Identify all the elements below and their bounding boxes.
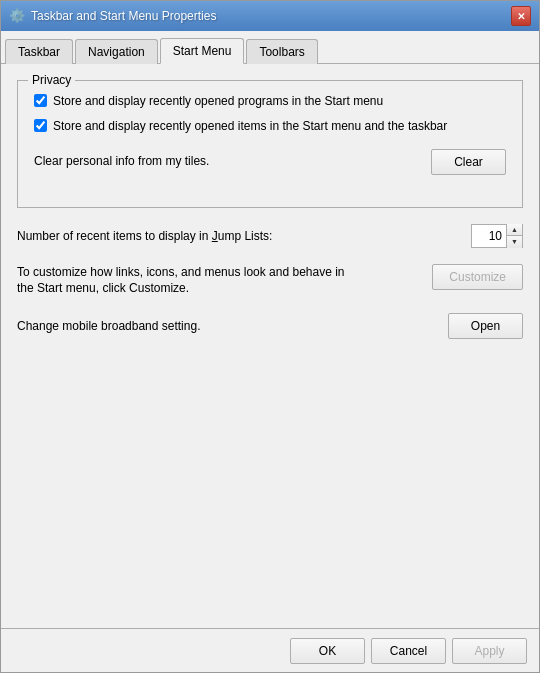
spinner-down-button[interactable]: ▼ bbox=[506, 236, 522, 248]
titlebar-left: ⚙️ Taskbar and Start Menu Properties bbox=[9, 8, 216, 24]
spinner-buttons: ▲ ▼ bbox=[506, 224, 522, 248]
tabs-bar: Taskbar Navigation Start Menu Toolbars bbox=[1, 31, 539, 64]
apply-button[interactable]: Apply bbox=[452, 638, 527, 664]
tab-start-menu[interactable]: Start Menu bbox=[160, 38, 245, 64]
tab-navigation[interactable]: Navigation bbox=[75, 39, 158, 64]
privacy-legend: Privacy bbox=[28, 73, 75, 87]
main-window: ⚙️ Taskbar and Start Menu Properties ✕ T… bbox=[0, 0, 540, 673]
jump-list-label: Number of recent items to display in Jum… bbox=[17, 229, 272, 243]
broadband-text: Change mobile broadband setting. bbox=[17, 319, 200, 333]
footer: OK Cancel Apply bbox=[1, 628, 539, 672]
open-button[interactable]: Open bbox=[448, 313, 523, 339]
checkbox-programs-label: Store and display recently opened progra… bbox=[53, 93, 383, 110]
checkbox-row-programs: Store and display recently opened progra… bbox=[34, 93, 506, 110]
checkbox-row-items: Store and display recently opened items … bbox=[34, 118, 506, 135]
clear-text: Clear personal info from my tiles. bbox=[34, 153, 209, 170]
checkbox-programs[interactable] bbox=[34, 94, 47, 107]
close-button[interactable]: ✕ bbox=[511, 6, 531, 26]
tab-taskbar[interactable]: Taskbar bbox=[5, 39, 73, 64]
clear-row: Clear personal info from my tiles. Clear bbox=[34, 149, 506, 175]
tab-toolbars[interactable]: Toolbars bbox=[246, 39, 317, 64]
spinner-up-button[interactable]: ▲ bbox=[506, 224, 522, 237]
titlebar: ⚙️ Taskbar and Start Menu Properties ✕ bbox=[1, 1, 539, 31]
cancel-button[interactable]: Cancel bbox=[371, 638, 446, 664]
customize-button[interactable]: Customize bbox=[432, 264, 523, 290]
jump-list-row: Number of recent items to display in Jum… bbox=[17, 224, 523, 248]
broadband-row: Change mobile broadband setting. Open bbox=[17, 313, 523, 339]
checkbox-items[interactable] bbox=[34, 119, 47, 132]
checkbox-items-label: Store and display recently opened items … bbox=[53, 118, 447, 135]
clear-button[interactable]: Clear bbox=[431, 149, 506, 175]
ok-button[interactable]: OK bbox=[290, 638, 365, 664]
jump-list-input[interactable] bbox=[472, 225, 506, 247]
tab-content: Privacy Store and display recently opene… bbox=[1, 64, 539, 628]
jump-list-spinner: ▲ ▼ bbox=[471, 224, 523, 248]
privacy-group: Privacy Store and display recently opene… bbox=[17, 80, 523, 208]
customize-row: To customize how links, icons, and menus… bbox=[17, 264, 523, 298]
window-icon: ⚙️ bbox=[9, 8, 25, 24]
customize-text: To customize how links, icons, and menus… bbox=[17, 264, 347, 298]
window-title: Taskbar and Start Menu Properties bbox=[31, 9, 216, 23]
